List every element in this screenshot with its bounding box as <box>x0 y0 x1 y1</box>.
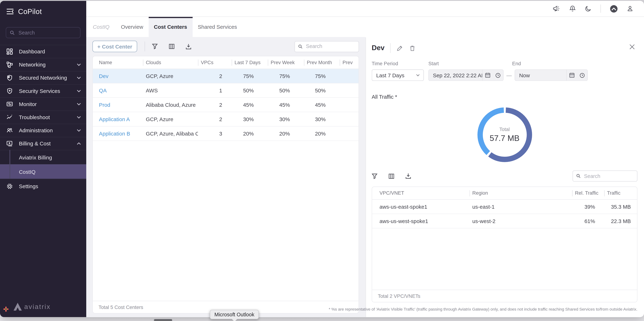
sidebar-item-settings[interactable]: Settings <box>0 179 86 194</box>
chevron-down-icon <box>77 116 81 119</box>
column-header-clouds[interactable]: Clouds <box>143 56 198 69</box>
sidebar-search[interactable] <box>6 27 80 38</box>
add-cost-center-button[interactable]: + Cost Center <box>92 40 137 52</box>
filter-icon[interactable] <box>152 44 158 49</box>
time-period-select[interactable]: Last 7 Days <box>372 70 424 81</box>
edit-pencil-icon[interactable] <box>397 45 403 51</box>
cost-center-link[interactable]: Application B <box>93 126 143 140</box>
search-icon <box>10 30 15 35</box>
column-header-name[interactable]: Name <box>93 56 143 69</box>
sidebar-item-troubleshoot[interactable]: Troubleshoot <box>0 110 86 124</box>
tab-cost-centers[interactable]: Cost Centers <box>148 17 192 37</box>
search-icon <box>576 174 581 178</box>
filter-icon[interactable] <box>372 173 378 179</box>
end-value: Now <box>515 72 566 78</box>
download-icon[interactable] <box>406 173 411 179</box>
table-row[interactable]: Application A GCP, Azure 2 30% 30% 30% <box>93 112 359 126</box>
cost-centers-search-input[interactable] <box>305 43 355 50</box>
sidebar-item-monitor[interactable]: Monitor <box>0 98 86 110</box>
table-row[interactable]: Application B GCP, Azure, Alibaba C 3 20… <box>93 126 359 141</box>
sidebar-item-aviatrix-billing[interactable]: Aviatrix Billing <box>0 150 86 164</box>
column-header-rel-traffic[interactable]: Rel. Traffic <box>572 187 604 199</box>
tab-shared-services[interactable]: Shared Services <box>192 17 242 37</box>
cost-center-link[interactable]: Application A <box>93 112 143 126</box>
body-row: CostIQ Overview Cost Centers Shared Serv… <box>86 17 644 317</box>
tab-bar: CostIQ Overview Cost Centers Shared Serv… <box>86 17 366 37</box>
chevron-down-icon <box>77 129 81 132</box>
sidebar-collapse-icon[interactable] <box>7 9 14 14</box>
table-row[interactable]: aws-us-east-spoke1 us-east-1 39% 35.3 MB <box>372 200 637 214</box>
sidebar-header: CoPilot <box>0 1 86 22</box>
clock-icon[interactable] <box>496 72 501 78</box>
sidebar-item-secured-networking[interactable]: Secured Networking <box>0 71 86 84</box>
input-divider <box>482 70 482 80</box>
sidebar-item-label: Settings <box>19 183 38 189</box>
gear-icon <box>7 183 13 189</box>
input-divider <box>566 70 567 80</box>
table-row[interactable]: Prod Alibaba Cloud, Azure 2 45% 45% 45% <box>93 98 359 112</box>
cost-centers-column: CostIQ Overview Cost Centers Shared Serv… <box>86 17 366 317</box>
table-row[interactable]: QA AWS 1 50% 50% 50% <box>93 84 359 98</box>
cost-center-link[interactable]: Dev <box>93 69 143 83</box>
traffic-footnote: * %s are representative of 'Aviatrix Vis… <box>329 307 637 311</box>
aviatrix-badge-icon[interactable] <box>610 5 618 12</box>
donut-center: Total 57.7 MB <box>474 104 536 166</box>
end-datetime-input[interactable]: Now <box>514 70 588 81</box>
column-header-vpcs[interactable]: VPCs <box>198 56 232 69</box>
column-header-traffic[interactable]: Traffic <box>604 187 637 199</box>
profile-icon[interactable] <box>627 6 634 12</box>
column-header-vpc[interactable]: VPC/VNET <box>372 187 470 199</box>
main-region: CostIQ Overview Cost Centers Shared Serv… <box>86 1 644 317</box>
clock-icon[interactable] <box>580 72 585 78</box>
screen: CoPilot Dashboard <box>0 0 644 321</box>
sidebar-item-label: Monitor <box>19 101 37 107</box>
sidebar-item-costiq[interactable]: CostIQ <box>0 164 86 179</box>
close-icon[interactable] <box>629 44 635 50</box>
cost-centers-toolbar: + Cost Center <box>92 40 359 52</box>
sidebar: CoPilot Dashboard <box>0 1 86 317</box>
sidebar-item-administration[interactable]: Administration <box>0 124 86 137</box>
people-icon <box>7 128 13 134</box>
calendar-icon[interactable] <box>569 72 575 78</box>
sidebar-search-input[interactable] <box>18 29 76 36</box>
vpc-search-input[interactable] <box>583 173 634 179</box>
column-header-region[interactable]: Region <box>470 187 572 199</box>
cost-centers-search[interactable] <box>294 41 359 52</box>
cost-center-link[interactable]: Prod <box>93 98 143 112</box>
sidebar-item-billing-cost[interactable]: Billing & Cost <box>0 137 86 150</box>
table-header-row: Name Clouds VPCs Last 7 Days Prev Week P… <box>93 56 359 69</box>
app-window: CoPilot Dashboard <box>0 1 644 317</box>
cost-center-link[interactable]: QA <box>93 84 143 98</box>
tab-overview[interactable]: Overview <box>116 17 148 37</box>
download-icon[interactable] <box>186 43 191 50</box>
column-header-last7[interactable]: Last 7 Days <box>232 56 268 69</box>
calendar-icon[interactable] <box>485 72 490 78</box>
sidebar-item-dashboard[interactable]: Dashboard <box>0 45 86 58</box>
cost-centers-content: + Cost Center <box>86 37 366 317</box>
app-title: CoPilot <box>18 7 42 16</box>
table-row[interactable]: Dev GCP, Azure 2 75% 75% 75% <box>93 69 359 84</box>
end-label: End <box>512 61 521 66</box>
sidebar-item-label: Troubleshoot <box>19 114 50 120</box>
column-header-prev[interactable]: Prev <box>340 56 358 69</box>
notifications-bell-icon[interactable] <box>569 5 576 12</box>
chevron-down-icon <box>416 74 420 76</box>
dashboard-icon <box>7 48 13 55</box>
columns-icon[interactable] <box>169 44 174 49</box>
delete-trash-icon[interactable] <box>410 45 415 51</box>
search-icon <box>298 44 302 49</box>
start-datetime-input[interactable]: Sep 22, 2022 2:22 AM <box>428 70 504 81</box>
vpc-search[interactable] <box>572 170 637 182</box>
columns-icon[interactable] <box>388 173 394 179</box>
announcements-icon[interactable] <box>553 6 560 12</box>
chevron-down-icon <box>77 76 81 79</box>
dark-mode-moon-icon[interactable] <box>585 6 592 12</box>
column-header-prev-month[interactable]: Prev Month <box>304 56 340 69</box>
sidebar-item-networking[interactable]: Networking <box>0 58 86 71</box>
column-header-prev-week[interactable]: Prev Week <box>268 56 304 69</box>
flower-badge-icon <box>3 306 8 312</box>
sidebar-item-security-services[interactable]: Security Services <box>0 84 86 98</box>
table-row[interactable]: aws-us-west-spoke1 us-west-2 61% 22.3 MB <box>372 214 637 228</box>
time-period-value: Last 7 Days <box>376 72 404 78</box>
time-period-controls: Last 7 Days Sep 22, 2022 2:22 AM <box>372 70 638 81</box>
